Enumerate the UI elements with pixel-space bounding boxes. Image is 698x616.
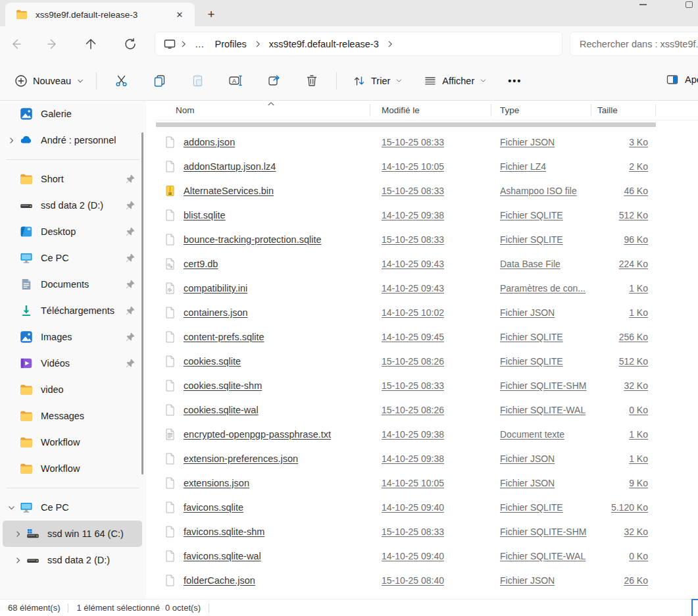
sidebar-item-ssd-win-11-64-c-[interactable]: ssd win 11 64 (C:) xyxy=(3,521,142,547)
preview-toggle-button[interactable]: Aperçu xyxy=(666,68,698,91)
file-row[interactable]: content-prefs.sqlite 14-10-25 09:45 Fich… xyxy=(156,324,698,349)
file-name[interactable]: encrypted-openpgp-passphrase.txt xyxy=(184,429,331,440)
file-row[interactable]: favicons.sqlite-shm 15-10-25 08:33 Fichi… xyxy=(156,519,698,544)
column-header-modified[interactable]: Modifié le xyxy=(370,101,491,120)
sidebar-item-short[interactable]: Short xyxy=(3,166,142,192)
file-name[interactable]: folderCache.json xyxy=(184,575,255,586)
sidebar-item-workflow[interactable]: Workflow xyxy=(3,455,142,482)
file-name[interactable]: blist.sqlite xyxy=(184,210,226,220)
file-name[interactable]: cookies.sqlite xyxy=(184,356,241,367)
copy-button[interactable] xyxy=(145,68,174,94)
file-row[interactable]: compatibility.ini 14-10-25 09:43 Paramèt… xyxy=(156,276,698,300)
sidebar-item-ssd-data-2-d-[interactable]: ssd data 2 (D:) xyxy=(3,192,142,218)
file-name[interactable]: content-prefs.sqlite xyxy=(184,332,264,342)
file-row[interactable]: cookies.sqlite-shm 15-10-25 08:33 Fichie… xyxy=(156,373,698,398)
file-size: 224 Ko xyxy=(619,259,648,269)
chevron-right-icon[interactable] xyxy=(3,136,20,145)
column-header-type[interactable]: Type xyxy=(491,101,591,120)
file-modified: 14-10-25 10:02 xyxy=(382,307,444,318)
file-row[interactable]: cookies.sqlite 15-10-25 08:26 Fichier SQ… xyxy=(156,349,698,373)
chevron-right-icon[interactable] xyxy=(9,556,26,565)
breadcrumb-ellipsis[interactable]: … xyxy=(191,37,209,51)
file-name[interactable]: favicons.sqlite-wal xyxy=(184,551,261,561)
more-options-button[interactable]: ••• xyxy=(501,70,528,91)
horizontal-scrollbar[interactable] xyxy=(156,122,656,127)
file-row[interactable]: addons.json 15-10-25 08:33 Fichier JSON … xyxy=(156,130,698,154)
chevron-down-icon[interactable] xyxy=(3,503,20,512)
file-name[interactable]: extensions.json xyxy=(184,478,249,488)
view-button[interactable]: Afficher xyxy=(417,69,493,93)
share-button[interactable] xyxy=(259,68,288,94)
back-button[interactable] xyxy=(3,32,29,56)
sort-button[interactable]: Trier xyxy=(346,69,409,93)
sidebar-item-galerie[interactable]: Galerie xyxy=(3,101,142,127)
sidebar-item-workflow[interactable]: Workflow xyxy=(3,429,142,455)
paste-button[interactable] xyxy=(183,68,212,94)
file-row[interactable]: extensions.json 14-10-25 10:05 Fichier J… xyxy=(156,471,698,495)
file-name[interactable]: favicons.sqlite xyxy=(184,502,243,513)
sidebar-item-ce-pc[interactable]: Ce PC xyxy=(3,245,142,271)
delete-button[interactable] xyxy=(297,68,326,94)
explorer-tab[interactable]: xss9te9f.default-release-3 ✕ xyxy=(5,3,195,26)
chevron-right-icon[interactable] xyxy=(9,530,26,538)
sidebar-item-ssd-data-2-d-[interactable]: ssd data 2 (D:) xyxy=(3,547,142,573)
refresh-button[interactable] xyxy=(117,32,143,56)
file-row[interactable]: bounce-tracking-protection.sqlite 15-10-… xyxy=(156,227,698,251)
sidebar-item-documents[interactable]: Documents xyxy=(3,271,142,297)
file-name[interactable]: cookies.sqlite-shm xyxy=(184,380,262,391)
file-name[interactable]: addons.json xyxy=(184,137,235,147)
file-row[interactable]: AlternateServices.bin 15-10-25 08:33 Ash… xyxy=(156,178,698,203)
this-pc-icon[interactable] xyxy=(163,38,176,51)
chevron-right-icon[interactable] xyxy=(386,39,395,49)
new-tab-button[interactable]: + xyxy=(201,5,221,24)
column-header-name[interactable]: Nom xyxy=(156,101,370,120)
cut-button[interactable] xyxy=(107,68,136,94)
file-rows: addons.json 15-10-25 08:33 Fichier JSON … xyxy=(146,130,698,616)
file-row[interactable]: favicons.sqlite 14-10-25 09:40 Fichier S… xyxy=(156,495,698,519)
file-name[interactable]: cookies.sqlite-wal xyxy=(184,405,259,415)
sidebar-item-ce-pc[interactable]: Ce PC xyxy=(3,494,142,521)
file-name[interactable]: AlternateServices.bin xyxy=(184,186,274,196)
file-name[interactable]: addonStartup.json.lz4 xyxy=(184,161,276,172)
sidebar-item-video[interactable]: video xyxy=(3,376,142,403)
toolbar-divider xyxy=(336,72,337,90)
chevron-right-icon[interactable] xyxy=(253,39,262,49)
file-name[interactable]: favicons.sqlite-shm xyxy=(184,526,264,537)
file-type-file-icon xyxy=(164,161,176,172)
rename-button[interactable]: A xyxy=(221,68,250,94)
file-row[interactable]: cookies.sqlite-wal 15-10-25 08:26 Fichie… xyxy=(156,398,698,422)
chevron-right-icon[interactable] xyxy=(179,39,188,49)
column-header-size[interactable]: Taille xyxy=(591,101,656,120)
minimize-icon xyxy=(639,4,647,5)
file-name[interactable]: containers.json xyxy=(184,307,248,318)
breadcrumb-item-profiles[interactable]: Profiles xyxy=(211,37,251,51)
sidebar-item-andr-personnel[interactable]: André : personnel xyxy=(3,127,142,153)
file-row[interactable]: blist.sqlite 14-10-25 09:38 Fichier SQLI… xyxy=(156,203,698,227)
sidebar-item-images[interactable]: Images xyxy=(3,324,142,350)
sidebar-item-vid-os[interactable]: Vidéos xyxy=(3,350,142,376)
file-row[interactable]: folderCache.json 15-10-25 08:40 Fichier … xyxy=(156,568,698,592)
file-row[interactable]: cert9.db 14-10-25 09:43 Data Base File 2… xyxy=(156,251,698,276)
close-tab-icon[interactable]: ✕ xyxy=(171,6,188,23)
breadcrumb-item-profile-folder[interactable]: xss9te9f.default-release-3 xyxy=(265,37,383,51)
file-name[interactable]: bounce-tracking-protection.sqlite xyxy=(184,234,322,245)
file-row[interactable]: encrypted-openpgp-passphrase.txt 14-10-2… xyxy=(156,422,698,446)
new-button[interactable]: Nouveau xyxy=(8,69,91,93)
sidebar-item-messages[interactable]: Messages xyxy=(3,403,142,429)
file-row[interactable]: addonStartup.json.lz4 14-10-25 10:05 Fic… xyxy=(156,154,698,178)
sidebar-scrollbar[interactable] xyxy=(141,132,143,475)
up-button[interactable] xyxy=(78,32,104,56)
maximize-button[interactable] xyxy=(674,0,698,9)
sidebar-item-desktop[interactable]: Desktop xyxy=(3,218,142,245)
file-row[interactable]: containers.json 14-10-25 10:02 Fichier J… xyxy=(156,300,698,324)
file-row[interactable]: extension-preferences.json 14-10-25 09:3… xyxy=(156,446,698,471)
file-name[interactable]: extension-preferences.json xyxy=(184,453,298,464)
minimize-button[interactable] xyxy=(628,0,658,9)
sidebar-item-t-l-chargements[interactable]: Téléchargements xyxy=(3,297,142,324)
file-modified: 15-10-25 08:40 xyxy=(382,575,444,586)
forward-button[interactable] xyxy=(39,32,66,56)
file-row[interactable]: favicons.sqlite-wal 14-10-25 09:40 Fichi… xyxy=(156,544,698,568)
file-name[interactable]: cert9.db xyxy=(184,259,218,269)
file-name[interactable]: compatibility.ini xyxy=(184,283,247,294)
search-input[interactable]: Rechercher dans : xss9te9f.default-relea… xyxy=(570,32,698,56)
